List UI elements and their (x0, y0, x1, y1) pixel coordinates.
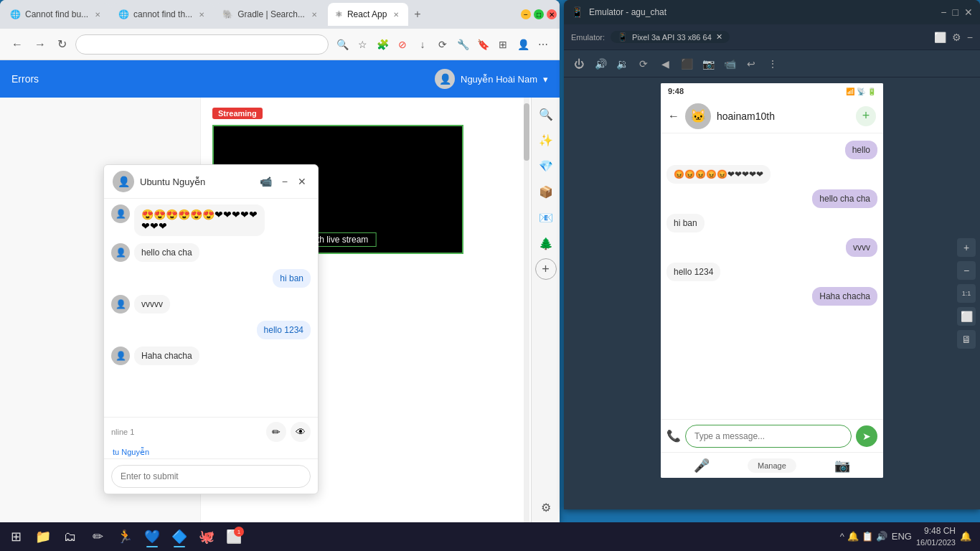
phone-message-input[interactable] (685, 425, 852, 448)
emu-toolbar-minus-icon[interactable]: − (967, 32, 973, 43)
taskbar-app-git[interactable]: 🐙 (194, 524, 220, 550)
bookmark-icon[interactable]: 🔖 (475, 37, 491, 52)
grid-icon[interactable]: ⊞ (495, 37, 511, 52)
sidebar-star-icon[interactable]: ✨ (535, 129, 557, 151)
user-menu[interactable]: 👤 Nguyễn Hoài Nam ▾ (435, 69, 548, 89)
chat-messages[interactable]: 👤 😍😍😍😍😍😍❤❤❤❤❤❤❤❤ 👤 hello cha cha hi ban … (104, 199, 318, 417)
emu-back-btn[interactable]: ◀ (656, 55, 674, 73)
phone-back-button[interactable]: ← (668, 110, 679, 123)
close-chat-button[interactable]: ✕ (295, 174, 309, 189)
notifications-icon[interactable]: 🔔 (847, 531, 859, 542)
phone-add-button[interactable]: + (856, 106, 876, 126)
emu-close-button[interactable]: ✕ (964, 6, 973, 18)
sidebar-gem-icon[interactable]: 💎 (535, 155, 557, 176)
search-icon[interactable]: 🔍 (334, 37, 350, 52)
user-avatar: 👤 (435, 69, 455, 89)
tab-4-close[interactable]: ✕ (391, 10, 401, 19)
emu-rotate-btn[interactable]: ⟳ (634, 55, 653, 73)
puzzle-icon[interactable]: 🔧 (455, 37, 471, 52)
sidebar-add-button[interactable]: + (535, 258, 557, 280)
tab-1-close[interactable]: ✕ (93, 10, 103, 19)
tab-3-close[interactable]: ✕ (309, 10, 319, 19)
new-tab-button[interactable]: + (410, 8, 425, 21)
emu-maximize-button[interactable]: □ (953, 6, 958, 18)
emu-side-minus-btn[interactable]: − (957, 261, 976, 280)
volume-icon[interactable]: 🔊 (876, 531, 887, 542)
taskbar-app-vscode[interactable]: 🔷 (166, 524, 192, 550)
back-button[interactable]: ← (9, 35, 26, 54)
tab-2[interactable]: 🌐 cannot find th... ✕ (111, 3, 214, 26)
emulator-toolbar-label: Emulator: (571, 33, 605, 42)
scroll-thumb[interactable] (524, 103, 529, 161)
tab-2-close[interactable]: ✕ (197, 10, 207, 19)
adblock-icon[interactable]: ⊘ (395, 37, 410, 52)
notification-bell-icon[interactable]: 🔔 (960, 531, 971, 542)
emu-toolbar-gear-icon[interactable]: ⚙ (952, 32, 961, 43)
forward-button[interactable]: → (32, 35, 49, 54)
chat-msg-avatar-1: 👤 (111, 204, 130, 223)
phone-camera-button[interactable]: 📷 (834, 458, 850, 474)
maximize-button[interactable]: □ (534, 9, 544, 19)
edit-button[interactable]: ✏ (266, 422, 286, 442)
emu-side-plus-btn[interactable]: + (957, 238, 976, 257)
emu-undo-btn[interactable]: ↩ (742, 55, 760, 73)
sidebar-office-icon[interactable]: 📦 (535, 181, 557, 202)
phone-messages[interactable]: hello 😡😡😡😡😡❤❤❤❤❤ hello cha cha hi ban vv… (661, 133, 883, 419)
sidebar-search-icon[interactable]: 🔍 (535, 103, 557, 125)
tab-4[interactable]: ⚛ React App ✕ (328, 3, 408, 26)
emu-stop-btn[interactable]: ⬛ (677, 55, 696, 73)
lang-label[interactable]: ENG (892, 531, 912, 542)
emu-volume-down-btn[interactable]: 🔉 (613, 55, 631, 73)
scroll-track[interactable] (524, 98, 529, 524)
toggle-button[interactable]: 👁 (291, 422, 311, 442)
sidebar-gear-icon[interactable]: ⚙ (535, 496, 557, 518)
clipboard-icon[interactable]: 📋 (862, 531, 873, 542)
emu-power-btn[interactable]: ⏻ (570, 55, 588, 73)
phone-mic-button[interactable]: 🎤 (694, 458, 710, 474)
taskbar-clock[interactable]: 9:48 CH 16/01/2023 (916, 526, 956, 547)
avatar-icon[interactable]: 👤 (515, 37, 531, 52)
device-close-icon[interactable]: ✕ (716, 32, 722, 42)
emu-side-screen-btn[interactable]: 🖥 (957, 330, 976, 349)
emu-minimize-button[interactable]: − (941, 6, 946, 18)
taskbar-app-vs[interactable]: 💙 (139, 524, 165, 550)
emu-side-ratio-btn[interactable]: 1:1 (957, 284, 976, 303)
taskbar-app-runner[interactable]: 🏃 (112, 524, 138, 550)
phone-send-button[interactable]: ➤ (856, 425, 877, 447)
download-icon[interactable]: ↓ (415, 37, 430, 52)
url-box[interactable] (75, 34, 329, 55)
phone-bubble-5: vvvv (846, 238, 877, 257)
emu-volume-up-btn[interactable]: 🔊 (591, 55, 610, 73)
sidebar-outlook-icon[interactable]: 📧 (535, 207, 557, 228)
minimize-button[interactable]: − (521, 9, 531, 19)
emulator-device-chip[interactable]: 📱 Pixel 3a API 33 x86 64 ✕ (611, 31, 730, 43)
taskbar-app-store[interactable]: ⬜ 1 (221, 524, 247, 550)
refresh-icon[interactable]: ⟳ (435, 37, 451, 52)
show-hidden-icon[interactable]: ^ (840, 531, 844, 542)
emu-camera-btn[interactable]: 📹 (720, 55, 739, 73)
tab-3[interactable]: 🐘 Gradle | Search... ✕ (215, 3, 326, 26)
emu-screenshot-btn[interactable]: 📷 (699, 55, 717, 73)
menu-icon[interactable]: ⋯ (535, 37, 551, 52)
phone-call-icon[interactable]: 📞 (666, 429, 681, 443)
video-call-button[interactable]: 📹 (257, 174, 275, 189)
minimize-chat-button[interactable]: − (279, 174, 291, 189)
close-button[interactable]: ✕ (547, 9, 557, 19)
tab-1[interactable]: 🌐 Cannot find bu... ✕ (3, 3, 110, 26)
emu-menu-btn[interactable]: ⋮ (763, 55, 782, 73)
manage-button[interactable]: Manage (748, 458, 796, 473)
chat-input-area[interactable] (104, 458, 318, 494)
reload-button[interactable]: ↻ (55, 34, 70, 54)
taskbar-app-files[interactable]: 🗂 (57, 524, 83, 550)
chat-msg-2: 👤 hello cha cha (111, 243, 311, 262)
emu-toolbar-expand-icon[interactable]: ⬜ (934, 32, 946, 43)
tab-3-favicon: 🐘 (222, 9, 233, 19)
taskbar-app-paint[interactable]: ✏ (85, 524, 110, 550)
extension-icon[interactable]: 🧩 (374, 37, 390, 52)
sidebar-tree-icon[interactable]: 🌲 (535, 232, 557, 254)
taskbar-app-explorer[interactable]: 📁 (30, 524, 56, 550)
chat-input[interactable] (111, 465, 311, 488)
star-icon[interactable]: ☆ (354, 37, 370, 52)
start-button[interactable]: ⊞ (3, 524, 29, 550)
emu-side-fit-btn[interactable]: ⬜ (957, 307, 976, 326)
